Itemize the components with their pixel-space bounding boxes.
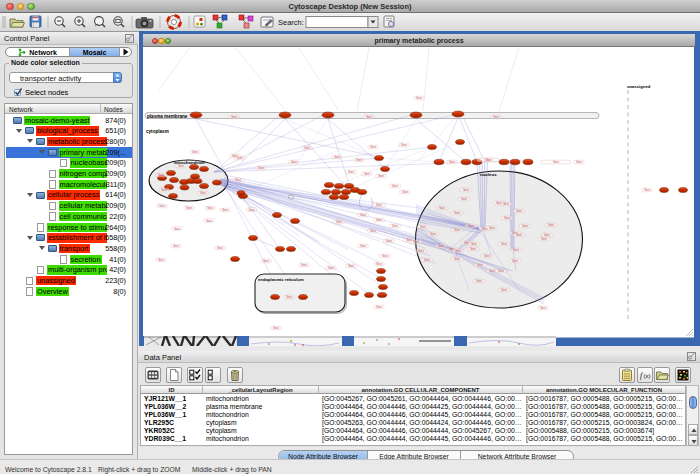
svg-text:Gxxx: Gxxx xyxy=(449,160,456,164)
svg-text:Gxxx: Gxxx xyxy=(370,145,377,149)
svg-text:Gxxx: Gxxx xyxy=(484,254,491,258)
svg-text:unassigned: unassigned xyxy=(627,84,651,89)
svg-text:mitochondrion: mitochondrion xyxy=(174,160,205,165)
svg-text:endoplasmic reticulum: endoplasmic reticulum xyxy=(258,277,304,282)
svg-text:Gxxx: Gxxx xyxy=(501,288,508,292)
svg-text:Gxxx: Gxxx xyxy=(217,246,224,250)
svg-text:Gxxx: Gxxx xyxy=(454,257,461,261)
svg-text:Gxxx: Gxxx xyxy=(200,191,207,195)
svg-text:Gxxx: Gxxx xyxy=(258,166,265,170)
svg-text:Gxxx: Gxxx xyxy=(249,208,256,212)
svg-text:Gxxx: Gxxx xyxy=(513,248,520,252)
svg-text:Gxxx: Gxxx xyxy=(413,240,420,244)
svg-text:Gxxx: Gxxx xyxy=(516,209,523,213)
svg-text:Gxxx: Gxxx xyxy=(401,143,408,147)
svg-text:nucleus: nucleus xyxy=(480,172,497,177)
svg-text:Gxxx: Gxxx xyxy=(470,247,477,251)
svg-text:Gxxx: Gxxx xyxy=(544,233,551,237)
svg-text:Gxxx: Gxxx xyxy=(360,213,367,217)
svg-text:Gxxx: Gxxx xyxy=(644,188,651,192)
svg-text:Gxxx: Gxxx xyxy=(291,160,298,164)
svg-text:Gxxx: Gxxx xyxy=(471,242,478,246)
svg-text:Gxxx: Gxxx xyxy=(489,226,496,230)
svg-text:Gxxx: Gxxx xyxy=(503,202,510,206)
svg-text:Gxxx: Gxxx xyxy=(553,160,560,164)
svg-text:Gxxx: Gxxx xyxy=(463,188,470,192)
svg-text:Gxxx: Gxxx xyxy=(348,264,355,268)
svg-text:Gxxx: Gxxx xyxy=(386,239,393,243)
svg-text:Gxxx: Gxxx xyxy=(498,269,505,273)
svg-text:Gxxx: Gxxx xyxy=(207,206,214,210)
svg-text:Gxxx: Gxxx xyxy=(522,224,529,228)
svg-text:Search:: Search: xyxy=(278,18,304,27)
svg-text:Gxxx: Gxxx xyxy=(178,164,185,168)
svg-text:Gxxx: Gxxx xyxy=(348,170,355,174)
svg-text:Gxxx: Gxxx xyxy=(416,96,423,100)
svg-text:Gxxx: Gxxx xyxy=(192,150,199,154)
svg-text:Gxxx: Gxxx xyxy=(301,263,308,267)
svg-text:Gxxx: Gxxx xyxy=(501,242,508,246)
svg-text:Gxxx: Gxxx xyxy=(370,229,377,233)
svg-text:cytoplasm: cytoplasm xyxy=(146,129,169,134)
svg-text:Gxxx: Gxxx xyxy=(438,244,445,248)
svg-text:Gxxx: Gxxx xyxy=(158,173,165,177)
svg-text:Gxxx: Gxxx xyxy=(376,218,383,222)
svg-text:Gxxx: Gxxx xyxy=(439,206,446,210)
svg-text:Gxxx: Gxxx xyxy=(159,204,166,208)
svg-text:Gxxx: Gxxx xyxy=(364,172,371,176)
svg-text:Gxxx: Gxxx xyxy=(206,219,213,223)
svg-text:Gxxx: Gxxx xyxy=(468,224,475,228)
svg-text:Gxxx: Gxxx xyxy=(186,206,193,210)
svg-text:Gxxx: Gxxx xyxy=(430,232,437,236)
svg-text:plasma membrane: plasma membrane xyxy=(147,114,188,119)
svg-text:Gxxx: Gxxx xyxy=(454,211,461,215)
svg-text:Gxxx: Gxxx xyxy=(455,249,462,253)
svg-text:Gxxx: Gxxx xyxy=(512,259,519,263)
svg-text:Gxxx: Gxxx xyxy=(328,266,335,270)
svg-text:Gxxx: Gxxx xyxy=(418,249,425,253)
svg-text:Gxxx: Gxxx xyxy=(476,279,483,283)
svg-text:Gxxx: Gxxx xyxy=(485,158,492,162)
svg-text:Gxxx: Gxxx xyxy=(516,233,523,237)
svg-text:Gxxx: Gxxx xyxy=(504,216,511,220)
svg-text:Gxxx: Gxxx xyxy=(173,244,180,248)
svg-text:Gxxx: Gxxx xyxy=(424,258,431,262)
svg-text:Gxxx: Gxxx xyxy=(376,305,383,309)
svg-text:Gxxx: Gxxx xyxy=(336,220,343,224)
svg-text:Gxxx: Gxxx xyxy=(461,197,468,201)
svg-text:Gxxx: Gxxx xyxy=(158,258,165,262)
svg-text:Gxxx: Gxxx xyxy=(366,115,373,119)
svg-text:Gxxx: Gxxx xyxy=(235,178,242,182)
svg-text:Gxxx: Gxxx xyxy=(541,237,548,241)
svg-text:Gxxx: Gxxx xyxy=(402,190,409,194)
svg-text:Gxxx: Gxxx xyxy=(273,326,280,330)
svg-text:Gxxx: Gxxx xyxy=(392,184,399,188)
svg-text:Gxxx: Gxxx xyxy=(360,244,367,248)
svg-text:Gxxx: Gxxx xyxy=(222,208,229,212)
svg-text:Gxxx: Gxxx xyxy=(376,262,383,266)
svg-text:Gxxx: Gxxx xyxy=(378,174,385,178)
svg-text:Gxxx: Gxxx xyxy=(356,158,363,162)
svg-text:Gxxx: Gxxx xyxy=(540,306,547,310)
svg-text:Gxxx: Gxxx xyxy=(420,225,427,229)
svg-text:Gxxx: Gxxx xyxy=(548,223,555,227)
svg-text:Gxxx: Gxxx xyxy=(454,228,461,232)
svg-text:Gxxx: Gxxx xyxy=(263,259,270,263)
svg-text:Gxxx: Gxxx xyxy=(304,146,311,150)
svg-text:Gxxx: Gxxx xyxy=(489,269,496,273)
svg-text:Gxxx: Gxxx xyxy=(231,115,238,119)
svg-text:Gxxx: Gxxx xyxy=(334,155,341,159)
svg-text:Gxxx: Gxxx xyxy=(477,263,484,267)
svg-text:Gxxx: Gxxx xyxy=(174,227,181,231)
svg-text:Gxxx: Gxxx xyxy=(392,224,399,228)
svg-text:Gxxx: Gxxx xyxy=(376,203,383,207)
svg-text:Gxxx: Gxxx xyxy=(161,188,168,192)
svg-text:Gxxx: Gxxx xyxy=(232,154,239,158)
svg-text:Gxxx: Gxxx xyxy=(382,254,389,258)
svg-text:Gxxx: Gxxx xyxy=(576,160,583,164)
svg-text:(x): (x) xyxy=(644,373,651,379)
svg-text:Gxxx: Gxxx xyxy=(493,115,500,119)
svg-text:Gxxx: Gxxx xyxy=(286,295,293,299)
